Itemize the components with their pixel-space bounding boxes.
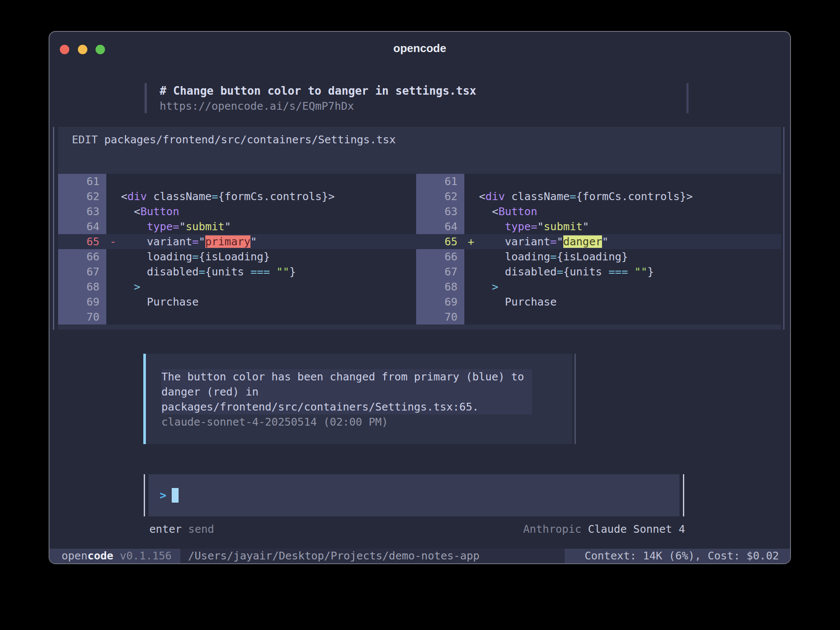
diff-line: 69Purchase	[416, 294, 781, 309]
assistant-message-line: danger (red) in	[161, 384, 524, 399]
opencode-window: opencode # Change button color to danger…	[49, 31, 791, 564]
diff-line: 69Purchase	[58, 294, 416, 309]
line-number: 69	[416, 294, 464, 309]
code-text: <div className={formCs.controls}>	[479, 189, 693, 204]
diff-line: 68>	[58, 279, 416, 294]
diff-line: 62<div className={formCs.controls}>	[58, 189, 416, 204]
working-directory: /Users/jayair/Desktop/Projects/demo-note…	[188, 549, 479, 563]
diff-pane-right: 6162<div className={formCs.controls}>63<…	[416, 174, 781, 324]
prompt-border-right	[683, 474, 684, 516]
prompt-input[interactable]: >	[148, 474, 679, 516]
provider-label: Anthropic	[523, 523, 581, 535]
line-number: 70	[416, 309, 464, 324]
diff-line: 65-variant="primary"	[58, 234, 416, 249]
line-number: 65	[416, 234, 464, 249]
session-header: # Change button color to danger in setti…	[160, 83, 476, 114]
code-text: <Button	[479, 204, 537, 219]
diff-line: 68>	[416, 279, 781, 294]
diff-marker	[464, 279, 479, 294]
window-title: opencode	[49, 32, 790, 65]
line-number: 66	[416, 249, 464, 264]
diff-marker	[464, 264, 479, 279]
diff-line: 66loading={isLoading}	[416, 249, 781, 264]
diff-line: 64type="submit"	[416, 219, 781, 234]
app-version: v0.1.156	[120, 550, 172, 562]
session-header-right-bar	[686, 83, 689, 113]
line-number: 64	[416, 219, 464, 234]
edit-tool-header: EDIT packages/frontend/src/containers/Se…	[72, 132, 396, 147]
session-header-left-bar	[145, 83, 147, 113]
code-text: >	[479, 279, 498, 294]
model-label: Claude Sonnet 4	[588, 523, 685, 535]
diff-line: 70	[58, 309, 416, 324]
code-text: type="submit"	[479, 219, 589, 234]
code-text: loading={isLoading}	[479, 249, 628, 264]
diff-marker	[464, 189, 479, 204]
diff-marker	[106, 279, 121, 294]
diff-line: 67disabled={units === ""}	[416, 264, 781, 279]
line-number: 61	[416, 174, 464, 189]
edit-file-path: packages/frontend/src/containers/Setting…	[104, 133, 395, 146]
code-text: loading={isLoading}	[121, 249, 270, 264]
diff-marker	[464, 204, 479, 219]
diff-marker: +	[464, 234, 479, 249]
line-number: 61	[58, 174, 106, 189]
diff-line: 63<Button	[416, 204, 781, 219]
line-number: 66	[58, 249, 106, 264]
line-number: 67	[416, 264, 464, 279]
assistant-message-text: The button color has been changed from p…	[161, 369, 532, 414]
line-number: 63	[58, 204, 106, 219]
diff-line: 63<Button	[58, 204, 416, 219]
code-text: <div className={formCs.controls}>	[121, 189, 335, 204]
edit-panel-scrollbar-right	[783, 127, 784, 330]
code-text: type="submit"	[121, 219, 231, 234]
code-text: disabled={units === ""}	[479, 264, 654, 279]
diff-marker	[106, 189, 121, 204]
minimize-button[interactable]	[78, 45, 87, 54]
session-share-url[interactable]: https://opencode.ai/s/EQmP7hDx	[160, 99, 476, 114]
diff-marker	[464, 174, 479, 189]
app-version-segment: opencode v0.1.156	[49, 549, 180, 563]
zoom-button[interactable]	[96, 45, 105, 54]
assistant-message-line: The button color has been changed from p…	[161, 369, 524, 384]
code-text: variant="primary"	[121, 234, 257, 249]
diff-marker	[106, 294, 121, 309]
line-number: 69	[58, 294, 106, 309]
session-title: # Change button color to danger in setti…	[160, 83, 476, 99]
line-number: 63	[416, 204, 464, 219]
diff-marker	[106, 174, 121, 189]
usage-segment: Context: 14K (6%), Cost: $0.02	[565, 549, 790, 563]
diff-line: 65+variant="danger"	[416, 234, 781, 249]
diff-view: 6162<div className={formCs.controls}>63<…	[58, 174, 781, 324]
diff-line: 61	[416, 174, 781, 189]
edit-tool-panel: EDIT packages/frontend/src/containers/Se…	[58, 127, 781, 330]
diff-pane-left: 6162<div className={formCs.controls}>63<…	[58, 174, 416, 324]
diff-line: 64type="submit"	[58, 219, 416, 234]
line-number: 70	[58, 309, 106, 324]
line-number: 68	[58, 279, 106, 294]
code-text: <Button	[121, 204, 179, 219]
enter-key-label: enter	[149, 523, 182, 535]
close-button[interactable]	[60, 45, 69, 54]
code-text: Purchase	[479, 294, 557, 309]
prompt-border-left	[144, 474, 145, 516]
edit-tool-label: EDIT	[72, 133, 98, 146]
diff-line: 66loading={isLoading}	[58, 249, 416, 264]
edit-panel-scrollbar-left	[53, 127, 54, 330]
line-number: 62	[58, 189, 106, 204]
hints-row: enter send Anthropic Claude Sonnet 4	[149, 522, 685, 537]
assistant-message-scrollbar	[574, 354, 576, 444]
code-text: Purchase	[121, 294, 199, 309]
line-number: 65	[58, 234, 106, 249]
code-text: disabled={units === ""}	[121, 264, 296, 279]
diff-marker	[106, 219, 121, 234]
diff-marker	[464, 309, 479, 324]
diff-marker	[106, 204, 121, 219]
app-name: open	[62, 550, 87, 562]
diff-marker	[464, 249, 479, 264]
line-number: 64	[58, 219, 106, 234]
code-text: variant="danger"	[479, 234, 608, 249]
code-text: >	[121, 279, 140, 294]
diff-marker	[464, 294, 479, 309]
model-indicator: Anthropic Claude Sonnet 4	[523, 522, 685, 537]
